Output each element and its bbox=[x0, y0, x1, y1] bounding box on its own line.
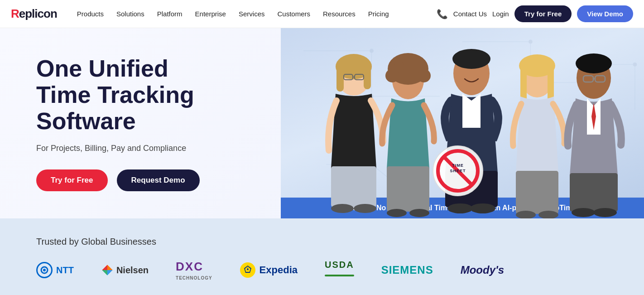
usda-main-text: USDA bbox=[325, 260, 354, 270]
moodys-text: Moody's bbox=[461, 264, 504, 276]
nav-platform[interactable]: Platform bbox=[152, 6, 188, 21]
svg-point-42 bbox=[447, 203, 473, 213]
svg-point-65 bbox=[43, 269, 46, 271]
siemens-logo: SIEMENS bbox=[381, 264, 433, 276]
ntt-logo: NTT bbox=[36, 262, 74, 278]
svg-rect-23 bbox=[364, 64, 371, 89]
dxc-main-text: DXC bbox=[176, 260, 203, 274]
navbar: Replicon Products Solutions Platform Ent… bbox=[0, 0, 644, 28]
expedia-logo: Expedia bbox=[240, 262, 298, 278]
nav-enterprise[interactable]: Enterprise bbox=[190, 6, 231, 21]
svg-point-34 bbox=[394, 61, 404, 72]
nav-resources[interactable]: Resources bbox=[317, 6, 361, 21]
usda-logo: USDA bbox=[325, 260, 354, 281]
svg-point-58 bbox=[593, 208, 617, 217]
hero-subtitle: For Projects, Billing, Pay and Complianc… bbox=[36, 144, 254, 153]
view-demo-button[interactable]: View Demo bbox=[577, 5, 633, 22]
svg-point-28 bbox=[331, 204, 354, 213]
svg-point-40 bbox=[452, 49, 490, 69]
nielsen-text: Nielsen bbox=[116, 265, 149, 276]
nav-customers[interactable]: Customers bbox=[272, 6, 316, 21]
hero-content: One Unified Time Tracking Software For P… bbox=[0, 28, 281, 218]
nav-links: Products Solutions Platform Enterprise S… bbox=[72, 6, 437, 21]
expedia-text: Expedia bbox=[260, 264, 298, 276]
dxc-logo: DXC TECHNOLOGY bbox=[176, 260, 212, 280]
siemens-text: SIEMENS bbox=[381, 264, 433, 276]
expedia-icon bbox=[240, 262, 256, 278]
trusted-title: Trusted by Global Businesses bbox=[36, 237, 608, 247]
nav-pricing[interactable]: Pricing bbox=[363, 6, 394, 21]
svg-point-33 bbox=[417, 69, 431, 82]
svg-rect-56 bbox=[570, 173, 618, 212]
trusted-section: Trusted by Global Businesses NTT Nie bbox=[0, 218, 644, 295]
svg-point-52 bbox=[576, 53, 612, 73]
svg-rect-27 bbox=[331, 166, 376, 207]
ntt-text: NTT bbox=[56, 265, 74, 276]
login-link[interactable]: Login bbox=[492, 10, 509, 18]
nav-solutions[interactable]: Solutions bbox=[111, 6, 150, 21]
hero-buttons: Try for Free Request Demo bbox=[36, 169, 254, 191]
usda-bar-icon bbox=[325, 275, 354, 276]
nav-right: 📞 Contact Us Login Try for Free View Dem… bbox=[437, 5, 633, 22]
hero-try-free-button[interactable]: Try for Free bbox=[36, 169, 108, 191]
hero-request-demo-button[interactable]: Request Demo bbox=[117, 169, 200, 191]
hero-image: TIME SHEET Freedom! No More Manual Time … bbox=[281, 28, 644, 218]
svg-rect-22 bbox=[336, 64, 344, 92]
svg-point-35 bbox=[411, 59, 423, 71]
nav-products[interactable]: Products bbox=[72, 6, 109, 21]
svg-point-43 bbox=[470, 203, 495, 213]
svg-point-29 bbox=[354, 204, 376, 213]
logos-row: NTT Nielsen DXC TECHNOLOGY bbox=[36, 260, 608, 281]
hero-section: One Unified Time Tracking Software For P… bbox=[0, 28, 644, 218]
people-illustration: TIME SHEET bbox=[281, 42, 644, 218]
dxc-sub-text: TECHNOLOGY bbox=[176, 276, 212, 280]
nielsen-diamond-icon bbox=[101, 264, 114, 276]
hero-image-container: TIME SHEET Freedom! No More Manual Time … bbox=[281, 28, 644, 218]
svg-rect-48 bbox=[516, 171, 558, 214]
svg-point-57 bbox=[572, 208, 595, 217]
try-free-button[interactable]: Try for Free bbox=[514, 5, 572, 22]
svg-point-38 bbox=[409, 209, 429, 217]
svg-point-37 bbox=[387, 209, 407, 217]
svg-text:TIME: TIME bbox=[452, 163, 464, 168]
svg-rect-36 bbox=[387, 166, 429, 212]
hero-title: One Unified Time Tracking Software bbox=[36, 55, 254, 135]
nav-services[interactable]: Services bbox=[233, 6, 270, 21]
contact-link[interactable]: Contact Us bbox=[453, 10, 487, 18]
brand-logo[interactable]: Replicon bbox=[11, 7, 57, 21]
ntt-circle-icon bbox=[36, 262, 53, 278]
phone-icon: 📞 bbox=[437, 9, 448, 19]
moodys-logo: Moody's bbox=[461, 264, 504, 276]
nielsen-logo: Nielsen bbox=[101, 264, 149, 276]
svg-text:SHEET: SHEET bbox=[450, 169, 466, 173]
ntt-ring-icon bbox=[40, 266, 49, 275]
